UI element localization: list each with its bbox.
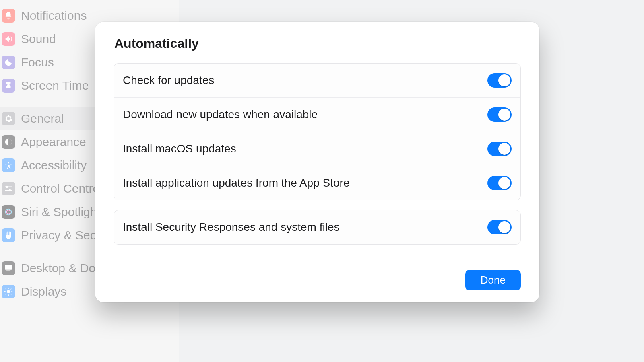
row-label: Install Security Responses and system fi… (123, 221, 339, 234)
row-label: Install macOS updates (123, 142, 236, 155)
toggle-check-for-updates[interactable] (487, 73, 512, 88)
row-label: Install application updates from the App… (123, 177, 349, 189)
settings-group-1: Check for updates Download new updates w… (114, 63, 521, 200)
row-label: Check for updates (123, 74, 214, 87)
sheet-title: Automatically (114, 36, 521, 51)
row-install-app-store-updates: Install application updates from the App… (114, 166, 520, 200)
toggle-download-new-updates[interactable] (487, 107, 512, 122)
row-download-new-updates: Download new updates when available (114, 97, 520, 132)
row-check-for-updates: Check for updates (114, 64, 520, 97)
done-button[interactable]: Done (465, 270, 521, 290)
toggle-install-macos-updates[interactable] (487, 142, 512, 156)
row-install-macos-updates: Install macOS updates (114, 132, 520, 166)
toggle-install-app-store-updates[interactable] (487, 176, 512, 190)
sheet-footer: Done (114, 259, 521, 290)
row-label: Download new updates when available (123, 108, 318, 121)
toggle-install-security-responses[interactable] (487, 220, 512, 234)
settings-group-2: Install Security Responses and system fi… (114, 210, 521, 245)
automatic-updates-sheet: Automatically Check for updates Download… (95, 22, 539, 302)
row-install-security-responses: Install Security Responses and system fi… (114, 210, 520, 244)
